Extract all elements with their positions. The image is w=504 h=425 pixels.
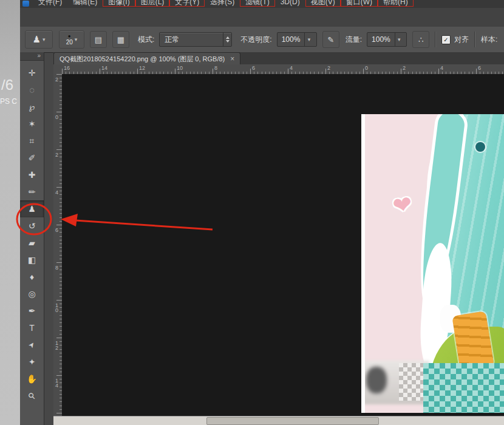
move-tool[interactable]: ✛ bbox=[20, 64, 44, 81]
move-icon: ✛ bbox=[29, 68, 36, 78]
menu-type[interactable]: 文字(Y) bbox=[169, 0, 205, 7]
ruler-number: 8 bbox=[214, 65, 217, 71]
title-area bbox=[20, 8, 504, 27]
clone-source-panel-button[interactable]: ▦ bbox=[112, 31, 129, 48]
brush-tool[interactable]: ✏ bbox=[20, 183, 44, 200]
menu-layer[interactable]: 图层(L) bbox=[135, 0, 170, 7]
ruler-number: 12 bbox=[54, 341, 60, 350]
clone-stamp-icon: ♟ bbox=[33, 34, 41, 45]
brush-panel-toggle-button[interactable]: ▤ bbox=[90, 31, 107, 48]
airbrush-toggle-button[interactable]: ∴ bbox=[412, 31, 429, 48]
ruler-number: 4 bbox=[54, 190, 60, 195]
blurred-watermark bbox=[366, 367, 387, 393]
type-tool[interactable]: T bbox=[20, 319, 44, 336]
ruler-number: 0 bbox=[365, 65, 368, 71]
horizontal-scrollbar[interactable] bbox=[53, 416, 504, 425]
flow-field[interactable]: 100% ▾ bbox=[367, 32, 407, 47]
check-icon: ✓ bbox=[443, 36, 448, 43]
menu-3d[interactable]: 3D(D) bbox=[275, 0, 305, 7]
chevron-down-icon[interactable]: ▾ bbox=[304, 33, 313, 46]
marquee-tool[interactable]: ◌ bbox=[20, 81, 44, 98]
gradient-tool[interactable]: ◧ bbox=[20, 251, 44, 268]
desktop-text: PS C bbox=[0, 97, 17, 106]
zoom-icon: ⚲ bbox=[26, 390, 38, 402]
hand-icon: ✋ bbox=[27, 374, 37, 384]
ruler-number: 2 bbox=[403, 65, 406, 71]
ruler-number: 8 bbox=[54, 265, 60, 270]
history-brush-icon: ↺ bbox=[29, 221, 36, 231]
pasted-image: ❤ bbox=[361, 114, 504, 413]
shape-tool[interactable]: ✦ bbox=[20, 353, 44, 370]
flow-value: 100% bbox=[367, 35, 395, 44]
crop-icon: ⌗ bbox=[30, 136, 35, 146]
crop-tool[interactable]: ⌗ bbox=[20, 132, 44, 149]
clone-stamp-tool[interactable]: ♟ bbox=[20, 200, 44, 217]
ruler-number: 6 bbox=[252, 65, 255, 71]
brush-preset-picker[interactable]: ● 20 ▾ bbox=[59, 30, 84, 49]
ruler-number: 2 bbox=[327, 65, 330, 71]
pixelated-mosaic bbox=[423, 363, 504, 413]
ruler-ticks bbox=[56, 74, 62, 416]
menu-image[interactable]: 图像(I) bbox=[103, 0, 135, 7]
ruler-number: 16 bbox=[64, 65, 70, 71]
ruler-number: 10 bbox=[177, 65, 183, 71]
brush-panel-icon: ▤ bbox=[95, 35, 102, 44]
chevron-down-icon: ▾ bbox=[75, 36, 78, 42]
eyedropper-tool[interactable]: ✐ bbox=[20, 149, 44, 166]
mode-label: 模式: bbox=[138, 35, 154, 45]
healing-brush-icon: ✚ bbox=[29, 170, 36, 180]
healing-brush-tool[interactable]: ✚ bbox=[20, 166, 44, 183]
menu-help[interactable]: 帮助(H) bbox=[378, 0, 414, 7]
ruler-number: 0 bbox=[54, 115, 60, 120]
menu-view[interactable]: 视图(V) bbox=[305, 0, 341, 7]
history-brush-tool[interactable]: ↺ bbox=[20, 217, 44, 234]
opacity-field[interactable]: 100% ▾ bbox=[277, 32, 317, 47]
close-icon[interactable]: × bbox=[230, 53, 234, 64]
blur-tool[interactable]: ♦ bbox=[20, 268, 44, 285]
ruler-number: 14 bbox=[101, 65, 107, 71]
ruler-number: 12 bbox=[139, 65, 145, 71]
magic-wand-tool[interactable]: ✶ bbox=[20, 115, 44, 132]
brush-size-value: 20 bbox=[66, 39, 73, 46]
menu-select[interactable]: 选择(S) bbox=[205, 0, 240, 7]
airbrush-icon: ∴ bbox=[418, 35, 423, 44]
ruler-number: 4 bbox=[440, 65, 443, 71]
menu-filter[interactable]: 滤镜(T) bbox=[240, 0, 274, 7]
pressure-opacity-button[interactable]: ✎ bbox=[322, 31, 339, 48]
horizontal-ruler: 16 14 12 10 8 6 4 2 0 2 4 6 bbox=[62, 64, 504, 75]
tool-preset-picker[interactable]: ♟ ▾ bbox=[25, 30, 53, 49]
shape-icon: ✦ bbox=[29, 357, 36, 367]
tools-list: ✛ ◌ ℘ ✶ ⌗ ✐ ✚ ✏ ♟ ↺ ▰ ◧ ♦ ◎ ✒ T ➤ ✦ ✋ ⚲ bbox=[20, 64, 44, 404]
ruler-number: 14 bbox=[54, 378, 60, 388]
hand-tool[interactable]: ✋ bbox=[20, 370, 44, 387]
brush-icon: ✏ bbox=[29, 187, 36, 197]
heart-sticker: ❤ bbox=[390, 191, 414, 220]
desktop-text: /6 bbox=[1, 76, 13, 93]
blend-mode-value: 正常 bbox=[160, 35, 223, 45]
document-window: QQ截图20180524154220.png @ 100% (图层 0, RGB… bbox=[53, 52, 504, 425]
dodge-tool[interactable]: ◎ bbox=[20, 285, 44, 302]
scrollbar-thumb[interactable] bbox=[206, 417, 379, 425]
tool-options-bar: ♟ ▾ ● 20 ▾ ▤ ▦ 模式: 正常 不透明度: 100% ▾ ✎ 流 bbox=[20, 27, 504, 53]
clone-source-icon: ▦ bbox=[117, 35, 124, 44]
menu-edit[interactable]: 编辑(E) bbox=[67, 0, 103, 7]
zoom-tool[interactable]: ⚲ bbox=[20, 387, 44, 404]
ruler-number: 2 bbox=[54, 77, 60, 82]
chevron-down-icon[interactable]: ▾ bbox=[395, 33, 403, 46]
toolbar-collapse-button[interactable]: » bbox=[20, 52, 44, 61]
path-selection-tool[interactable]: ➤ bbox=[20, 336, 44, 353]
blur-icon: ♦ bbox=[30, 272, 34, 282]
lasso-tool[interactable]: ℘ bbox=[20, 98, 44, 115]
menu-file[interactable]: 文件(F) bbox=[33, 0, 67, 7]
blend-mode-select[interactable]: 正常 bbox=[159, 32, 232, 47]
document-tab[interactable]: QQ截图20180524154220.png @ 100% (图层 0, RGB… bbox=[53, 52, 240, 64]
pen-icon: ✒ bbox=[29, 306, 36, 316]
pen-tool[interactable]: ✒ bbox=[20, 302, 44, 319]
menu-window[interactable]: 窗口(W) bbox=[341, 0, 378, 7]
eraser-tool[interactable]: ▰ bbox=[20, 234, 44, 251]
align-checkbox[interactable]: ✓ bbox=[441, 35, 451, 44]
gradient-icon: ◧ bbox=[28, 255, 36, 265]
opacity-value: 100% bbox=[278, 35, 305, 44]
dodge-icon: ◎ bbox=[28, 289, 35, 299]
canvas-area[interactable]: ❤ bbox=[62, 74, 504, 416]
